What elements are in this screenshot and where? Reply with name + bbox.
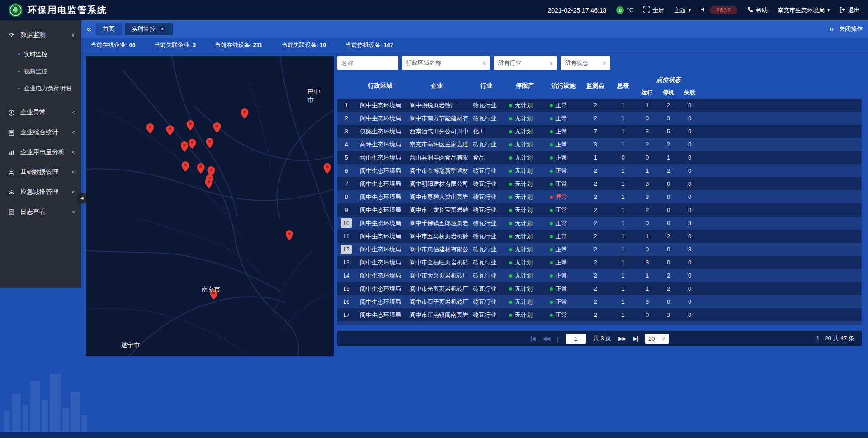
map-pin[interactable] bbox=[197, 163, 205, 175]
cell-stopped: 5 bbox=[658, 125, 679, 138]
table-row[interactable]: 3仪陇生态环境局西南油气田分公司川中化工无计划正常71350 bbox=[337, 125, 862, 138]
pin-icon bbox=[206, 138, 214, 148]
cell-running: 3 bbox=[637, 190, 658, 203]
cell-stopped: 2 bbox=[658, 99, 679, 112]
cell-total-meters: 1 bbox=[609, 230, 637, 243]
first-page-button[interactable]: |◀ bbox=[530, 335, 535, 342]
pin-icon bbox=[166, 125, 174, 136]
map-pin[interactable] bbox=[187, 120, 194, 132]
cell-region: 阆中生态环境局 bbox=[355, 269, 405, 282]
map-pin[interactable] bbox=[213, 122, 221, 135]
map[interactable]: 巴中市南充市遂宁市 bbox=[86, 56, 334, 356]
page-number-input[interactable] bbox=[566, 334, 586, 344]
last-page-button[interactable]: ▶| bbox=[633, 335, 638, 342]
cell-monitor-points: 7 bbox=[581, 125, 609, 138]
name-search-input[interactable] bbox=[337, 56, 398, 70]
help-button[interactable]: 帮助 bbox=[747, 6, 768, 14]
cell-running: 3 bbox=[637, 256, 658, 269]
org-dropdown[interactable]: 南充市生态环境局 ▾ bbox=[778, 6, 830, 14]
table-row[interactable]: 8阆中生态环境局阆中市枣碧大梁山页岩砖瓦行业无计划异常21300 bbox=[337, 190, 862, 203]
row-index: 13 bbox=[341, 258, 352, 267]
close-operations-button[interactable]: 关闭操作 bbox=[839, 25, 863, 33]
tab-realtime-monitor[interactable]: 实时监控✕ bbox=[125, 23, 173, 35]
col-stopped: 停机 bbox=[658, 87, 679, 99]
cell-monitor-points: 2 bbox=[581, 243, 609, 256]
content-area: 巴中市南充市遂宁市 行政区域名称∨ 所有行业∨ 所有状态∨ bbox=[81, 52, 868, 438]
status-dot-green bbox=[550, 183, 553, 186]
region-select[interactable]: 行政区域名称∨ bbox=[402, 56, 490, 70]
tabs-scroll-right-button[interactable]: » bbox=[829, 25, 834, 33]
map-pin[interactable] bbox=[166, 125, 174, 137]
cell-enterprise: 阆中市江南镇阆南页岩 bbox=[405, 308, 468, 321]
sidebar-subitem[interactable]: 视频监控 bbox=[0, 63, 81, 80]
map-pin[interactable] bbox=[206, 138, 214, 150]
table-row[interactable]: 17阆中生态环境局阆中市江南镇阆南页岩砖瓦行业无计划正常21030 bbox=[337, 308, 862, 321]
table-row[interactable]: 11阆中生态环境局阆中市五马桥页岩机砖砖瓦行业无计划正常21120 bbox=[337, 230, 862, 243]
map-pin[interactable] bbox=[181, 161, 189, 174]
status-select[interactable]: 所有状态∨ bbox=[561, 56, 610, 70]
industry-select[interactable]: 所有行业∨ bbox=[494, 56, 557, 70]
table-row[interactable]: 6阆中生态环境局阆中市金博瑞新型墙材砖瓦行业无计划正常21120 bbox=[337, 164, 862, 177]
cell-offline: 0 bbox=[679, 308, 700, 321]
prev-page-button[interactable]: ◀◀ bbox=[542, 335, 550, 342]
fullscreen-button[interactable]: 全屏 bbox=[643, 6, 664, 14]
sidebar-item[interactable]: 企业用电量分析< bbox=[0, 142, 81, 162]
chevron-left-icon: < bbox=[72, 129, 75, 136]
map-pin[interactable] bbox=[181, 141, 189, 154]
map-pin[interactable] bbox=[285, 230, 293, 242]
cell-total-meters: 1 bbox=[609, 203, 637, 217]
row-index: 1 bbox=[341, 100, 352, 110]
next-page-button[interactable]: ▶▶ bbox=[618, 335, 626, 342]
sidebar-item[interactable]: 企业异常< bbox=[0, 103, 81, 122]
table-row[interactable]: 1阆中生态环境局阆中强锐页岩砖厂砖瓦行业无计划正常21120 bbox=[337, 99, 862, 112]
sidebar-subitem[interactable]: 企业电力负荷明细 bbox=[0, 80, 81, 97]
sidebar-item[interactable]: 基础数据管理< bbox=[0, 162, 81, 182]
table-row[interactable]: 12阆中生态环境局阆中市忠信建材有限公砖瓦行业无计划正常21003 bbox=[337, 243, 862, 256]
table-row[interactable]: 5营山生态环境局营山县润丰肉食品有限食品无计划正常10010 bbox=[337, 151, 862, 164]
cell-production-status: 无计划 bbox=[505, 217, 545, 230]
table-row[interactable]: 15阆中生态环境局阆中市光富页岩机砖厂砖瓦行业无计划正常21120 bbox=[337, 282, 862, 295]
cell-monitor-points: 2 bbox=[581, 190, 609, 203]
map-panel-collapse-button[interactable]: ◀ bbox=[78, 193, 86, 203]
sidebar-nav: 数据监测∨实时监控视频监控企业电力负荷明细企业异常<企业综合统计<企业用电量分析… bbox=[0, 25, 81, 222]
cell-offline: 0 bbox=[679, 99, 700, 112]
table-row[interactable]: 9阆中生态环境局阆中市二龙长宝页岩砖砖瓦行业无计划正常21200 bbox=[337, 203, 862, 217]
map-pin[interactable] bbox=[146, 123, 154, 136]
table-row[interactable]: 7阆中生态环境局阆中明阳建材有限公司砖瓦行业无计划正常21300 bbox=[337, 177, 862, 190]
sidebar-item[interactable]: 应急减排管理< bbox=[0, 182, 81, 202]
cell-region: 营山生态环境局 bbox=[355, 151, 405, 164]
logout-button[interactable]: 退出 bbox=[840, 6, 860, 14]
table-row[interactable]: 2阆中生态环境局阆中市南方节能建材有砖瓦行业无计划正常21030 bbox=[337, 112, 862, 125]
tab-home[interactable]: 首页 bbox=[96, 23, 122, 35]
chevron-down-icon: ∨ bbox=[549, 60, 553, 66]
fullscreen-icon bbox=[643, 6, 650, 14]
status-dot-green bbox=[509, 235, 512, 238]
table-row[interactable]: 16阆中生态环境局阆中市石子页岩机砖厂砖瓦行业无计划正常21300 bbox=[337, 295, 862, 308]
sidebar-item[interactable]: 数据监测∨ bbox=[0, 25, 81, 45]
table-row[interactable]: 4高坪生态环境局南充市高坪区王家店建砖瓦行业无计划正常31220 bbox=[337, 138, 862, 151]
sidebar-subitem[interactable]: 实时监控 bbox=[0, 46, 81, 63]
sidebar-item[interactable]: 企业综合统计< bbox=[0, 122, 81, 142]
table-row[interactable]: 10阆中生态环境局阆中千佛镇五郎垭页岩砖瓦行业无计划正常21003 bbox=[337, 217, 862, 230]
tabs-scroll-left-button[interactable]: « bbox=[87, 25, 91, 33]
col-meters: 总表 bbox=[609, 73, 637, 99]
table-row[interactable]: 13阆中生态环境局阆中市金福旺页岩机砖砖瓦行业无计划正常21300 bbox=[337, 256, 862, 269]
map-pin[interactable] bbox=[205, 178, 212, 190]
map-pin[interactable] bbox=[323, 163, 331, 175]
cell-monitor-points: 2 bbox=[581, 256, 609, 269]
sidebar-item[interactable]: 日志查看< bbox=[0, 202, 81, 222]
table-body: 1阆中生态环境局阆中强锐页岩砖厂砖瓦行业无计划正常211202阆中生态环境局阆中… bbox=[337, 99, 862, 325]
cell-enterprise: 阆中市忠信建材有限公 bbox=[405, 243, 468, 256]
table-row[interactable]: 14阆中生态环境局阆中市大兴页岩机砖厂砖瓦行业无计划正常21120 bbox=[337, 269, 862, 282]
cell-region: 阆中生态环境局 bbox=[355, 112, 405, 125]
alarm-widget[interactable]: 2632 bbox=[701, 6, 737, 14]
map-pin[interactable] bbox=[189, 139, 196, 151]
table-row[interactable]: 18南部生态环境局南部县兴华页岩砖有限公砖瓦行业无计划正常21030 bbox=[337, 321, 862, 325]
tab-bar: « 首页实时监控✕ » 关闭操作 bbox=[81, 20, 868, 38]
page-size-select[interactable]: 20 ∨ bbox=[645, 334, 669, 344]
close-tab-icon[interactable]: ✕ bbox=[159, 26, 165, 32]
cell-production-status: 无计划 bbox=[505, 295, 545, 308]
theme-dropdown[interactable]: 主题 ▾ bbox=[674, 6, 691, 14]
map-pin[interactable] bbox=[241, 108, 249, 121]
cell-total-meters: 1 bbox=[609, 308, 637, 321]
